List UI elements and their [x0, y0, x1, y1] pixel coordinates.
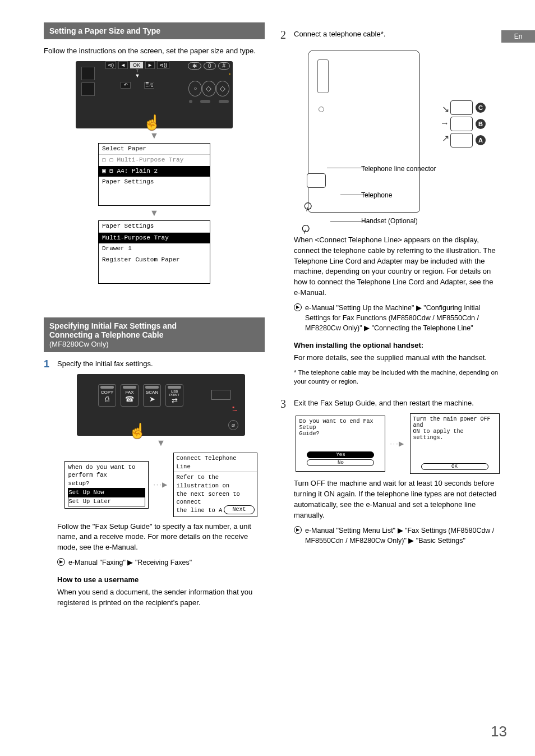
vol-down-icon: ⊲)	[105, 61, 116, 69]
lcd-paper-settings: Paper Settings Multi-Purpose Tray Drawer…	[98, 220, 210, 284]
fax-button: FAX☎	[121, 384, 139, 407]
scan-button: SCAN➤	[143, 384, 161, 407]
progression-arrow-icon: ···▶	[153, 481, 168, 488]
copy-button: COPY⎙	[98, 384, 116, 407]
lcd-power-off-on: Turn the main power OFF and ON to apply …	[410, 413, 500, 474]
port-c: C	[450, 100, 473, 115]
lcd2-row1: Multi-Purpose Tray	[99, 233, 210, 243]
control-panel-illustration: ⊲) ◄ OK ► ⊲)) T ▼ ↶ ≣/▯ ✱ 0 # • ○ ◇	[76, 61, 233, 128]
lcd-fax-setup-when: When do you want to perform fax setup? S…	[64, 461, 149, 509]
scan-icon: ➤	[144, 395, 160, 403]
hand-pointer-icon	[128, 422, 144, 440]
lcd1-title: Select Paper	[99, 144, 210, 155]
sec2-sub: (MF8280Cw Only)	[49, 340, 108, 348]
lcd-end-fax-guide: Do you want to end Fax Setup Guide? Yes …	[296, 416, 385, 472]
port-b: B	[450, 117, 473, 131]
ok-key: OK	[130, 62, 143, 68]
lcd2-row3: Register Custom Paper	[99, 255, 210, 265]
arrow-down-icon: ▼	[57, 438, 265, 448]
clear-key-icon: ⌀	[228, 420, 238, 430]
language-tab: En	[501, 30, 535, 43]
nav-left-key: ◄	[118, 61, 128, 69]
step3-number: 3	[280, 398, 289, 548]
hand-pointer-icon	[143, 114, 159, 132]
port-a: A	[450, 133, 473, 147]
end-guide-screens: Do you want to end Fax Setup Guide? Yes …	[294, 413, 501, 474]
right-column: 2 Connect a telephone cable*. C B A ⌕ ⌕	[280, 22, 501, 616]
section-heading-fax: Specifying Initial Fax Settings and Conn…	[44, 317, 265, 352]
handset2-icon: ⌕	[296, 217, 313, 237]
section-heading-paper: Setting a Paper Size and Type	[44, 22, 265, 39]
stop-key-icon: ○	[188, 81, 202, 96]
arrow-to-port-a-icon: ↗	[442, 133, 449, 144]
handset-heading: When installing the optional handset:	[294, 341, 501, 349]
reference-icon: ▶	[294, 303, 302, 311]
setup-later-option: Set Up Later	[68, 497, 145, 506]
copy-icon: ⎙	[99, 395, 116, 403]
telephone-connection-diagram: C B A ⌕ ⌕ Telephone line connector Telep…	[302, 44, 493, 229]
control-panel-fax-illustration: COPY⎙ FAX☎ SCAN➤ USB PRINT⇄ ⌀ ■▪▪▪▪	[77, 374, 245, 436]
label-handset: Handset (Optional)	[361, 217, 418, 225]
next-button: Next	[224, 505, 254, 514]
star-key: ✱	[188, 62, 201, 70]
start-key-icon: ◇	[202, 81, 215, 96]
arrow-down-icon: ▼	[44, 208, 265, 218]
step-3: 3 Exit the Fax Setup Guide, and then res…	[280, 398, 501, 548]
page-content: Setting a Paper Size and Type Follow the…	[0, 0, 535, 633]
reference-icon: ▶	[57, 558, 65, 566]
arrow-down-icon: ▼	[44, 131, 265, 141]
step1-text: Specify the initial fax settings.	[57, 359, 265, 370]
indicator-dot: •	[185, 71, 230, 76]
step3-paragraph: Turn OFF the machine and wait for at lea…	[294, 478, 501, 520]
ok-button: OK	[421, 463, 488, 470]
sec2-l1: Specifying Initial Fax Settings and	[49, 321, 177, 330]
handset-paragraph: For more details, see the supplied manua…	[294, 353, 501, 363]
emanual-ref-setup: ▶ e-Manual "Setting Up the Machine" ▶ "C…	[294, 303, 501, 333]
usb-icon: ⇄	[166, 397, 183, 405]
doc-key-icon: ≣/▯	[144, 82, 154, 89]
lcd1-row2: ▣ ⊟ A4: Plain 2	[99, 166, 210, 177]
lcd1-row3: Paper Settings	[99, 177, 210, 187]
no-button: No	[307, 459, 374, 466]
hash-key: #	[218, 62, 230, 70]
emanual-ref-faxing: ▶ e-Manual "Faxing" ▶ "Receiving Faxes"	[57, 557, 265, 568]
sec2-l2: Connecting a Telephone Cable	[49, 330, 164, 339]
error-led-icon: ■▪▪▪▪	[232, 405, 237, 412]
emanual-ref-menu: ▶ e-Manual "Setting Menu List" ▶ "Fax Se…	[294, 525, 501, 546]
section1-intro: Follow the instructions on the screen, s…	[44, 46, 265, 57]
t-label: T	[101, 69, 174, 73]
left-column: Setting a Paper Size and Type Follow the…	[44, 22, 265, 616]
username-paragraph: When you send a document, the sender inf…	[57, 587, 265, 609]
lcd1-row1: ▢ ▢ Multi-Purpose Tray	[99, 155, 210, 165]
lcd-connect-telephone-line: Connect Telephone Line Refer to the illu…	[173, 453, 257, 517]
step-1: 1 Specify the initial fax settings. COPY…	[44, 359, 265, 613]
setup-now-option: Set Up Now	[68, 488, 145, 497]
fax-setup-screens: When do you want to perform fax setup? S…	[57, 453, 265, 517]
progression-arrow-icon: ···▶	[390, 440, 405, 448]
step2-number: 2	[280, 29, 289, 390]
back-key-icon: ↶	[121, 82, 131, 89]
step-2: 2 Connect a telephone cable*. C B A ⌕ ⌕	[280, 29, 501, 390]
nav-right-key: ►	[145, 61, 155, 69]
arrow-to-port-b-icon: →	[440, 118, 449, 128]
step2-paragraph: When <Connect Telephone Line> appears on…	[294, 235, 501, 298]
vol-up-icon: ⊲))	[157, 61, 169, 69]
telephone-cable-footnote: * The telephone cable may be included wi…	[294, 368, 501, 386]
username-heading: How to use a username	[57, 575, 265, 584]
zero-key: 0	[204, 62, 216, 70]
lcd-select-paper: Select Paper ▢ ▢ Multi-Purpose Tray ▣ ⊟ …	[98, 143, 210, 206]
start-key2-icon: ◇	[216, 81, 229, 96]
fax-icon: ☎	[121, 395, 138, 403]
step2-text: Connect a telephone cable*.	[294, 29, 501, 40]
arrow-to-port-c-icon: ↘	[442, 104, 449, 114]
step3-text: Exit the Fax Setup Guide, and then resta…	[294, 398, 501, 409]
page-number: 13	[491, 723, 507, 740]
label-telephone: Telephone	[361, 191, 392, 199]
label-line-connector: Telephone line connector	[361, 165, 436, 173]
step1-number: 1	[44, 359, 53, 613]
reference-icon: ▶	[294, 526, 302, 534]
lcd2-title: Paper Settings	[99, 221, 210, 232]
usb-print-button: USB PRINT⇄	[165, 384, 183, 407]
lcd2-row2: Drawer 1	[99, 243, 210, 254]
yes-button: Yes	[307, 451, 374, 458]
